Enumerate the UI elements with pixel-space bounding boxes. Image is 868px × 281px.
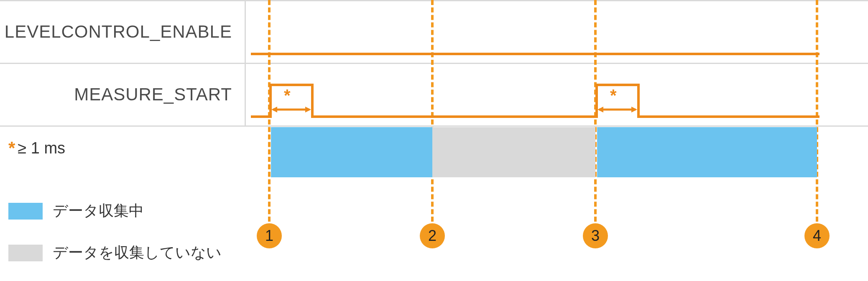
row-label-levelcontrol-enable: LEVELCONTROL_ENABLE bbox=[0, 22, 245, 42]
sig-ms-base2 bbox=[314, 115, 595, 118]
marker-label-4: 4 bbox=[813, 227, 821, 245]
marker-label-1: 1 bbox=[265, 227, 273, 245]
row-label-measure-start: MEASURE_START bbox=[0, 84, 245, 105]
guide-line-4 bbox=[816, 0, 818, 222]
bar-collecting-2 bbox=[597, 127, 817, 177]
sig-ms-fall1 bbox=[311, 84, 314, 118]
marker-circle-4: 4 bbox=[804, 223, 830, 248]
row-border-bottom bbox=[0, 125, 868, 127]
marker-label-2: 2 bbox=[428, 227, 437, 245]
swatch-collecting bbox=[8, 203, 43, 220]
guide-line-2 bbox=[431, 0, 434, 222]
svg-marker-4 bbox=[597, 107, 603, 112]
marker-circle-3: 3 bbox=[583, 223, 608, 248]
legend-collecting: データ収集中 bbox=[8, 201, 144, 221]
sig-ms-base1 bbox=[251, 115, 269, 118]
svg-marker-1 bbox=[271, 107, 277, 112]
legend-not-collecting: データを収集していない bbox=[8, 243, 222, 263]
pulse-arrow-1 bbox=[271, 105, 311, 115]
sig-ms-fall2 bbox=[637, 84, 640, 118]
pulse-star-1: * bbox=[284, 86, 291, 105]
sig-lce-high bbox=[269, 53, 819, 55]
marker-circle-1: 1 bbox=[257, 223, 282, 248]
sig-ms-top1 bbox=[269, 84, 314, 86]
marker-circle-2: 2 bbox=[420, 223, 445, 248]
note-star-icon: * bbox=[8, 138, 15, 158]
marker-label-3: 3 bbox=[591, 227, 600, 245]
svg-marker-5 bbox=[631, 107, 637, 112]
timing-diagram: LEVELCONTROL_ENABLE MEASURE_START * bbox=[0, 0, 868, 281]
legend-label-collecting: データ収集中 bbox=[53, 201, 144, 221]
bar-not-collecting bbox=[432, 127, 595, 177]
sig-ms-top2 bbox=[595, 84, 640, 86]
bar-collecting-1 bbox=[271, 127, 432, 177]
swatch-not-collecting bbox=[8, 245, 43, 261]
pulse-width-note: * ≥ 1 ms bbox=[8, 138, 65, 158]
pulse-arrow-2 bbox=[597, 105, 637, 115]
sig-ms-base3 bbox=[640, 115, 819, 118]
pulse-star-2: * bbox=[610, 86, 617, 105]
svg-marker-2 bbox=[305, 107, 311, 112]
note-text-value: ≥ 1 ms bbox=[18, 139, 65, 157]
legend-label-not-collecting: データを収集していない bbox=[53, 243, 222, 263]
sig-lce-low bbox=[251, 53, 269, 55]
